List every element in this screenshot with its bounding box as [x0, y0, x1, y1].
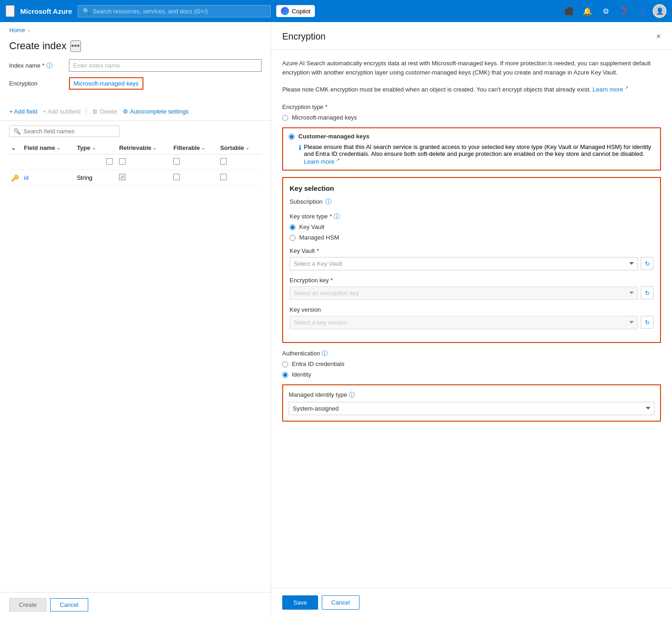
- page-title: Create index: [9, 40, 67, 52]
- index-name-input[interactable]: [69, 59, 262, 72]
- key-vault-dropdown[interactable]: Select a Key Vault: [290, 257, 638, 270]
- key-icon: 🔑: [11, 174, 19, 182]
- fields-table-container: ⌄ Field name ⌄ Type ⌄ Retrievable ⌄: [0, 142, 271, 592]
- screen-icon[interactable]: ⬛: [561, 3, 577, 19]
- nav-icons: ⬛ 🔔 ⚙ ❓ 👤 👤: [561, 3, 666, 19]
- entra-id-radio[interactable]: [282, 361, 288, 367]
- retrievable-checkbox[interactable]: ✓: [119, 174, 125, 180]
- expand-cell: [9, 154, 22, 170]
- managed-hsm-radio[interactable]: [290, 235, 296, 241]
- key-version-refresh-button[interactable]: ↻: [641, 316, 654, 329]
- search-input[interactable]: [93, 8, 266, 15]
- sortable-all-cell[interactable]: [218, 154, 262, 170]
- breadcrumb-home[interactable]: Home: [9, 27, 25, 34]
- key-version-dropdown[interactable]: Select a key version: [290, 316, 638, 329]
- field-search-input[interactable]: [23, 128, 115, 135]
- refresh-icon-kv: ↻: [645, 260, 650, 267]
- create-button[interactable]: Create: [9, 598, 46, 611]
- subscription-row: Subscription ⓘ: [290, 198, 654, 206]
- managed-hsm-option[interactable]: Managed HSM: [290, 234, 654, 241]
- managed-identity-info-icon[interactable]: ⓘ: [349, 391, 355, 399]
- info-icon-index[interactable]: ⓘ: [46, 62, 52, 70]
- customer-managed-keys-box: Customer-managed keys ℹ Please ensure th…: [282, 127, 661, 171]
- th-sortable[interactable]: Sortable ⌄: [218, 142, 262, 154]
- microsoft-managed-radio[interactable]: [282, 115, 288, 121]
- authentication-info-icon[interactable]: ⓘ: [322, 349, 328, 358]
- left-panel: Home › Create index ••• Index name * ⓘ E…: [0, 22, 271, 617]
- cancel-button-enc[interactable]: Cancel: [322, 595, 359, 610]
- key-vault-radio[interactable]: [290, 224, 296, 230]
- key-selection-title: Key selection: [290, 184, 654, 192]
- page-title-menu-button[interactable]: •••: [70, 40, 81, 52]
- encryption-value[interactable]: Microsoft-managed keys: [69, 77, 143, 90]
- refresh-icon-version: ↻: [645, 319, 650, 326]
- help-icon[interactable]: ❓: [616, 3, 632, 19]
- required-indicator: *: [42, 62, 45, 69]
- close-button[interactable]: ×: [656, 32, 661, 41]
- retrievable-all-checkbox[interactable]: [119, 158, 125, 165]
- cancel-button-left[interactable]: Cancel: [50, 598, 88, 611]
- th-field-name[interactable]: Field name ⌄: [22, 142, 75, 154]
- sortable-checkbox[interactable]: [220, 174, 227, 180]
- index-name-label: Index name * ⓘ: [9, 62, 69, 70]
- settings-icon[interactable]: ⚙: [598, 3, 614, 19]
- key-vault-refresh-button[interactable]: ↻: [641, 257, 654, 270]
- index-name-row: Index name * ⓘ: [9, 59, 262, 72]
- th-retrievable[interactable]: Retrievable ⌄: [117, 142, 171, 154]
- entra-id-option[interactable]: Entra ID credentials: [282, 360, 661, 367]
- retrievable-all-cell[interactable]: [117, 154, 171, 170]
- sortable-cell[interactable]: [218, 170, 262, 186]
- encryption-key-dropdown[interactable]: Select an encryption key: [290, 286, 638, 300]
- identity-option[interactable]: Identity: [282, 371, 661, 378]
- add-field-button[interactable]: + Add field: [9, 106, 37, 117]
- notification-icon[interactable]: 🔔: [579, 3, 596, 19]
- managed-identity-dropdown[interactable]: System-assigned: [289, 402, 655, 415]
- retrievable-cell[interactable]: ✓: [117, 170, 171, 186]
- account-icon[interactable]: 👤: [634, 3, 651, 19]
- select-all-checkbox[interactable]: [106, 158, 113, 165]
- table-row: [9, 154, 262, 170]
- key-store-type-info-icon[interactable]: ⓘ: [334, 212, 340, 221]
- microsoft-managed-option[interactable]: Microsoft-managed keys: [282, 114, 661, 121]
- hamburger-menu[interactable]: ☰: [6, 5, 15, 17]
- required-star-ks: *: [330, 213, 332, 220]
- filterable-all-cell[interactable]: [171, 154, 218, 170]
- select-all-cell[interactable]: [104, 154, 117, 170]
- encryption-key-row: Encryption key * Select an encryption ke…: [290, 277, 654, 300]
- key-store-type-row: Key store type * ⓘ Key Vault Managed HSM: [290, 212, 654, 241]
- sortable-all-checkbox[interactable]: [220, 158, 227, 165]
- customer-managed-radio[interactable]: [289, 134, 295, 140]
- filterable-all-checkbox[interactable]: [173, 158, 180, 165]
- autocomplete-settings-button[interactable]: ⚙ Autocomplete settings: [123, 106, 189, 117]
- key-version-dropdown-group: Select a key version ↻: [290, 316, 654, 329]
- filterable-cell[interactable]: [171, 170, 218, 186]
- add-subfield-button[interactable]: + Add subfield: [43, 106, 80, 117]
- toolbar: + Add field + Add subfield 🗑 Delete ⚙ Au…: [0, 103, 271, 121]
- avatar[interactable]: 👤: [653, 4, 666, 18]
- authentication-radio-group: Entra ID credentials Identity: [282, 360, 661, 378]
- th-type[interactable]: Type ⌄: [75, 142, 104, 154]
- encryption-header: Encryption ×: [271, 22, 672, 50]
- filterable-checkbox[interactable]: [173, 174, 180, 180]
- field-search-box: 🔍: [9, 126, 120, 137]
- th-filterable[interactable]: Filterable ⌄: [171, 142, 218, 154]
- delete-button[interactable]: 🗑 Delete: [92, 106, 117, 117]
- search-bar: 🔍: [78, 5, 271, 17]
- cmk-selected-row: Customer-managed keys: [289, 133, 655, 140]
- breadcrumb: Home ›: [0, 22, 271, 38]
- key-vault-option[interactable]: Key Vault: [290, 223, 654, 230]
- subscription-info-icon[interactable]: ⓘ: [325, 198, 331, 206]
- info-circle-icon: ℹ: [299, 144, 301, 151]
- key-store-type-label: Key store type * ⓘ: [290, 212, 654, 221]
- encryption-key-refresh-button[interactable]: ↻: [641, 286, 654, 299]
- encryption-key-dropdown-group: Select an encryption key ↻: [290, 286, 654, 300]
- encryption-label: Encryption: [9, 80, 69, 87]
- identity-radio[interactable]: [282, 372, 288, 378]
- encryption-type-radio-group: Microsoft-managed keys: [282, 114, 661, 121]
- learn-more-link-2[interactable]: Learn more ↗: [304, 159, 340, 165]
- save-button[interactable]: Save: [282, 595, 318, 610]
- learn-more-link-1[interactable]: Learn more ↗: [592, 86, 628, 93]
- encryption-title: Encryption: [282, 31, 326, 42]
- copilot-button[interactable]: Copilot: [276, 5, 315, 17]
- key-icon-cell: 🔑: [9, 170, 22, 186]
